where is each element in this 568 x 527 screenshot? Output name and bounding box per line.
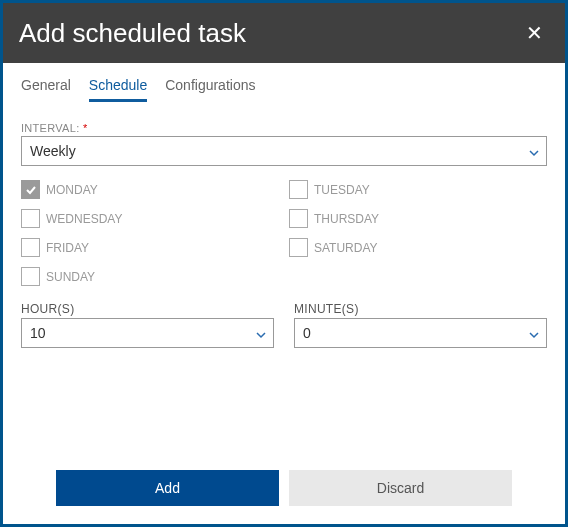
tabs: General Schedule Configurations [3, 63, 565, 102]
hours-value: 10 [30, 325, 46, 341]
saturday-label: SATURDAY [314, 241, 378, 255]
required-asterisk: * [83, 122, 88, 134]
wednesday-checkbox[interactable] [21, 209, 40, 228]
hours-select[interactable]: 10 [21, 318, 274, 348]
dialog-title: Add scheduled task [19, 18, 246, 49]
monday-label: MONDAY [46, 183, 98, 197]
interval-select[interactable]: Weekly [21, 136, 547, 166]
dialog-body: INTERVAL: * Weekly MONDAY TUESDAY WEDN [3, 102, 565, 460]
tab-configurations[interactable]: Configurations [165, 77, 255, 102]
day-monday: MONDAY [21, 180, 279, 199]
tab-schedule[interactable]: Schedule [89, 77, 147, 102]
days-grid: MONDAY TUESDAY WEDNESDAY THURSDAY FRIDAY… [21, 180, 547, 286]
interval-label: INTERVAL: * [21, 122, 547, 134]
chevron-down-icon [255, 328, 265, 338]
tuesday-checkbox[interactable] [289, 180, 308, 199]
sunday-label: SUNDAY [46, 270, 95, 284]
day-wednesday: WEDNESDAY [21, 209, 279, 228]
minutes-column: MINUTE(S) 0 [294, 302, 547, 348]
day-tuesday: TUESDAY [289, 180, 547, 199]
chevron-down-icon [528, 146, 538, 156]
interval-value: Weekly [30, 143, 76, 159]
add-scheduled-task-dialog: Add scheduled task ✕ General Schedule Co… [0, 0, 568, 527]
interval-label-text: INTERVAL: [21, 122, 80, 134]
add-button[interactable]: Add [56, 470, 279, 506]
hours-label: HOUR(S) [21, 302, 274, 316]
chevron-down-icon [528, 328, 538, 338]
minutes-label: MINUTE(S) [294, 302, 547, 316]
discard-button[interactable]: Discard [289, 470, 512, 506]
titlebar: Add scheduled task ✕ [3, 3, 565, 63]
dialog-footer: Add Discard [3, 460, 565, 524]
monday-checkbox[interactable] [21, 180, 40, 199]
friday-checkbox[interactable] [21, 238, 40, 257]
time-row: HOUR(S) 10 MINUTE(S) 0 [21, 302, 547, 348]
thursday-label: THURSDAY [314, 212, 379, 226]
thursday-checkbox[interactable] [289, 209, 308, 228]
day-friday: FRIDAY [21, 238, 279, 257]
minutes-select[interactable]: 0 [294, 318, 547, 348]
tab-general[interactable]: General [21, 77, 71, 102]
saturday-checkbox[interactable] [289, 238, 308, 257]
hours-column: HOUR(S) 10 [21, 302, 274, 348]
wednesday-label: WEDNESDAY [46, 212, 122, 226]
tuesday-label: TUESDAY [314, 183, 370, 197]
day-sunday: SUNDAY [21, 267, 279, 286]
close-icon[interactable]: ✕ [520, 17, 549, 49]
day-thursday: THURSDAY [289, 209, 547, 228]
minutes-value: 0 [303, 325, 311, 341]
sunday-checkbox[interactable] [21, 267, 40, 286]
friday-label: FRIDAY [46, 241, 89, 255]
day-saturday: SATURDAY [289, 238, 547, 257]
